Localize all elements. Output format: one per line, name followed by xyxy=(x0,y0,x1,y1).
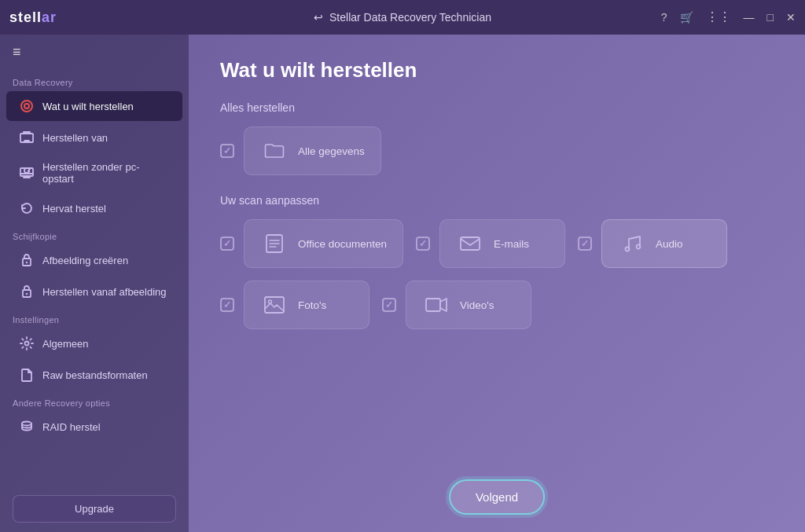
sidebar-item-herstellen-van[interactable]: Herstellen van xyxy=(6,123,182,152)
option-item-office: Office documenten xyxy=(220,219,403,268)
app-logo: stellar xyxy=(9,9,57,26)
titlebar: stellar ↩ Stellar Data Recovery Technici… xyxy=(0,0,805,35)
upgrade-button[interactable]: Upgrade xyxy=(13,495,176,523)
checkbox-office[interactable] xyxy=(220,237,234,251)
titlebar-title: ↩ Stellar Data Recovery Technician xyxy=(314,11,491,24)
menu-button[interactable]: ≡ xyxy=(0,35,189,70)
sidebar-icon-herstellen-van xyxy=(19,130,35,145)
sidebar-item-hervat-herstel[interactable]: Hervat herstel xyxy=(6,193,182,223)
section-scan-aanpassen: Uw scan aanpassen xyxy=(220,194,774,329)
label-office: Office documenten xyxy=(298,238,387,250)
sidebar-label-afbeelding-creeren: Afbeelding creëren xyxy=(42,255,128,266)
sidebar-icon-herstellen-afbeelding xyxy=(19,284,35,299)
section-label-alles: Alles herstellen xyxy=(220,101,774,114)
options-row-alles: Alle gegevens xyxy=(220,127,774,175)
image-icon xyxy=(260,291,289,319)
section-alles-herstellen: Alles herstellen Alle gegevens xyxy=(220,101,774,175)
sidebar-item-raw-bestandsformaten[interactable]: Raw bestandsformaten xyxy=(6,360,182,390)
document-icon xyxy=(260,229,289,258)
svg-point-10 xyxy=(22,422,31,426)
option-card-emails[interactable]: E-mails xyxy=(439,219,565,268)
option-card-office[interactable]: Office documenten xyxy=(244,219,403,268)
checkbox-audio[interactable] xyxy=(578,237,592,251)
app-container: ≡ Data Recovery Wat u wilt herstellen He… xyxy=(0,35,805,532)
sidebar-label-herstellen-zonder: Herstellen zonder pc-opstart xyxy=(42,161,170,185)
svg-point-8 xyxy=(26,293,28,295)
section-label-instellingen: Instellingen xyxy=(0,307,189,328)
label-alle-gegevens: Alle gegevens xyxy=(298,145,365,157)
svg-rect-18 xyxy=(265,297,284,313)
next-button[interactable]: Volgend xyxy=(449,479,545,515)
sidebar-label-raw-bestandsformaten: Raw bestandsformaten xyxy=(42,369,148,381)
page-title: Wat u wilt herstellen xyxy=(220,58,774,83)
svg-rect-15 xyxy=(461,237,480,250)
svg-point-16 xyxy=(626,248,630,251)
email-icon xyxy=(456,229,484,258)
option-card-fotos[interactable]: Foto's xyxy=(244,281,369,329)
sidebar-label-raid-herstel: RAID herstel xyxy=(42,421,101,433)
svg-point-1 xyxy=(24,104,29,108)
checkbox-videos[interactable] xyxy=(382,298,396,312)
options-row-scan-2: Foto's Video's xyxy=(220,281,774,329)
sidebar-icon-afbeelding-creeren xyxy=(19,252,35,268)
svg-point-0 xyxy=(21,101,32,112)
main-content: Wat u wilt herstellen Alles herstellen A… xyxy=(189,35,805,532)
sidebar-spacer xyxy=(0,442,189,486)
sidebar-label-herstellen-van: Herstellen van xyxy=(42,132,108,144)
svg-rect-3 xyxy=(24,141,29,142)
sidebar-icon-hervat-herstel xyxy=(19,200,35,216)
sidebar-item-herstellen-afbeelding[interactable]: Herstellen vanaf afbeelding xyxy=(6,277,182,306)
minimize-button[interactable]: — xyxy=(744,12,755,23)
sidebar-item-herstellen-zonder[interactable]: Herstellen zonder pc-opstart xyxy=(6,154,182,192)
option-item-emails: E-mails xyxy=(416,219,565,268)
option-card-audio[interactable]: Audio xyxy=(601,219,727,268)
close-button[interactable]: ✕ xyxy=(786,12,796,23)
folder-icon xyxy=(260,137,289,165)
sidebar-item-wat-u-wilt[interactable]: Wat u wilt herstellen xyxy=(6,91,182,121)
checkbox-alle-gegevens[interactable] xyxy=(220,144,234,158)
back-icon[interactable]: ↩ xyxy=(314,11,323,24)
option-item-audio: Audio xyxy=(578,219,727,268)
music-icon xyxy=(618,229,646,258)
svg-point-17 xyxy=(637,245,641,249)
cart-icon[interactable]: 🛒 xyxy=(680,12,693,23)
sidebar-icon-wat-u-wilt xyxy=(19,98,35,114)
label-videos: Video's xyxy=(460,299,494,311)
option-item-videos: Video's xyxy=(382,281,531,329)
sidebar: ≡ Data Recovery Wat u wilt herstellen He… xyxy=(0,35,189,532)
sidebar-item-raid-herstel[interactable]: RAID herstel xyxy=(6,412,182,442)
sidebar-item-afbeelding-creeren[interactable]: Afbeelding creëren xyxy=(6,245,182,275)
apps-icon[interactable]: ⋮⋮ xyxy=(706,11,731,24)
option-card-videos[interactable]: Video's xyxy=(406,281,531,329)
sidebar-label-herstellen-afbeelding: Herstellen vanaf afbeelding xyxy=(42,286,167,298)
sidebar-label-wat-u-wilt: Wat u wilt herstellen xyxy=(42,101,134,112)
titlebar-title-text: Stellar Data Recovery Technician xyxy=(329,11,491,24)
sidebar-icon-raw-bestandsformaten xyxy=(19,367,35,383)
svg-point-6 xyxy=(26,262,28,263)
svg-rect-20 xyxy=(426,299,440,311)
section-label-scan: Uw scan aanpassen xyxy=(220,194,774,207)
window-controls: ? 🛒 ⋮⋮ — □ ✕ xyxy=(661,11,796,24)
video-icon xyxy=(422,291,450,319)
svg-rect-4 xyxy=(20,168,33,176)
sidebar-label-algemeen: Algemeen xyxy=(42,338,89,350)
sidebar-label-hervat-herstel: Hervat herstel xyxy=(42,203,106,215)
section-label-data-recovery: Data Recovery xyxy=(0,70,189,90)
sidebar-icon-raid-herstel xyxy=(19,419,35,435)
checkbox-fotos[interactable] xyxy=(220,298,234,312)
sidebar-icon-herstellen-zonder xyxy=(19,165,35,181)
maximize-button[interactable]: □ xyxy=(767,12,774,23)
sidebar-icon-algemeen xyxy=(19,336,35,351)
label-emails: E-mails xyxy=(494,238,529,250)
options-row-scan-1: Office documenten E-mails xyxy=(220,219,774,268)
section-label-schijfkopie: Schijfkopie xyxy=(0,224,189,244)
help-icon[interactable]: ? xyxy=(661,12,667,23)
option-item-alle-gegevens: Alle gegevens xyxy=(220,127,381,175)
label-fotos: Foto's xyxy=(298,299,326,311)
option-item-fotos: Foto's xyxy=(220,281,369,329)
sidebar-item-algemeen[interactable]: Algemeen xyxy=(6,328,182,358)
section-label-andere-recovery: Andere Recovery opties xyxy=(0,391,189,411)
option-card-alle-gegevens[interactable]: Alle gegevens xyxy=(244,127,381,175)
checkbox-emails[interactable] xyxy=(416,237,430,251)
next-button-container: Volgend xyxy=(449,479,545,515)
